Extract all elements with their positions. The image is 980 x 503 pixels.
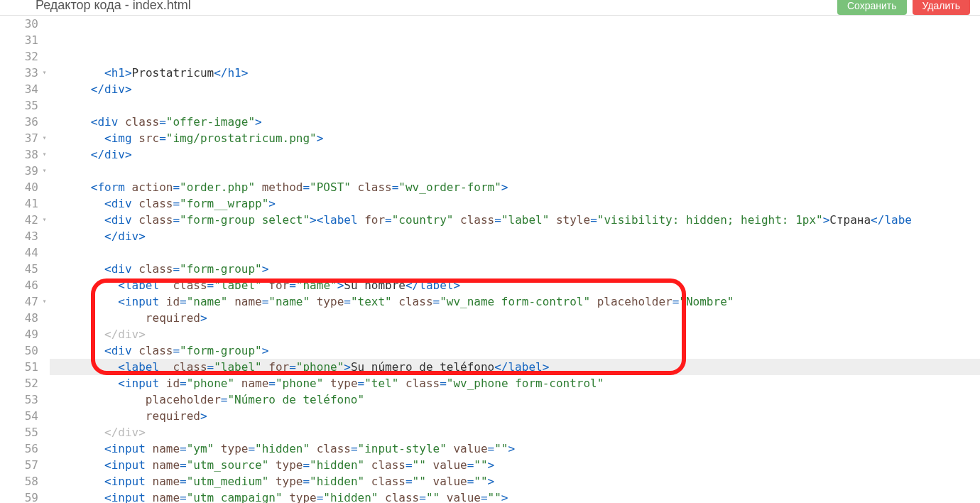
code-line[interactable]: <input name="utm_campaign" type="hidden"… xyxy=(50,490,980,503)
line-number[interactable]: 38 xyxy=(0,146,38,163)
code-line[interactable]: <div class="form-group"> xyxy=(50,342,980,359)
code-line[interactable]: </div> xyxy=(50,146,980,163)
code-line[interactable]: </div> xyxy=(50,326,980,342)
code-line[interactable]: <input name="utm_source" type="hidden" c… xyxy=(50,457,980,473)
code-line[interactable] xyxy=(50,97,980,114)
line-number[interactable]: 34 xyxy=(0,81,38,97)
code-line[interactable]: <h1>Prostatricum</h1> xyxy=(50,65,980,81)
line-number[interactable]: 47 xyxy=(0,293,38,310)
code-line[interactable]: <div class="form__wrapp"> xyxy=(50,195,980,212)
line-number[interactable]: 40 xyxy=(0,179,38,195)
line-number[interactable]: 33 xyxy=(0,65,38,81)
code-line[interactable]: <div class="form-group"> xyxy=(50,261,980,277)
line-number[interactable]: 45 xyxy=(0,261,38,277)
line-number[interactable]: 53 xyxy=(0,391,38,408)
code-line[interactable]: <input name="ym" type="hidden" class="in… xyxy=(50,440,980,457)
header-title: Редактор кода - index.html xyxy=(36,0,191,13)
code-line[interactable]: placeholder="Número de teléfono" xyxy=(50,391,980,408)
line-number[interactable]: 37 xyxy=(0,130,38,146)
code-line[interactable]: </div> xyxy=(50,228,980,244)
code-line[interactable]: <label class="label" for="name">Su nombr… xyxy=(50,277,980,293)
line-number[interactable]: 36 xyxy=(0,114,38,130)
line-number[interactable]: 35 xyxy=(0,97,38,114)
line-number[interactable]: 57 xyxy=(0,457,38,473)
code-line[interactable]: <input id="phone" name="phone" type="tel… xyxy=(50,375,980,391)
line-number[interactable]: 55 xyxy=(0,424,38,440)
code-line[interactable] xyxy=(50,163,980,179)
code-content[interactable]: <h1>Prostatricum</h1> </div> <div class=… xyxy=(50,16,980,503)
line-number[interactable]: 32 xyxy=(0,48,38,65)
code-line[interactable]: <div class="form-group select"><label fo… xyxy=(50,212,980,228)
code-line[interactable]: <img src="img/prostatricum.png"> xyxy=(50,130,980,146)
line-number[interactable]: 31 xyxy=(0,32,38,48)
line-number[interactable]: 43 xyxy=(0,228,38,244)
code-line[interactable]: <div class="offer-image"> xyxy=(50,114,980,130)
line-number[interactable]: 56 xyxy=(0,440,38,457)
code-line[interactable]: <label class="label" for="phone">Su núme… xyxy=(50,359,980,375)
line-number[interactable]: 39 xyxy=(0,163,38,179)
line-number[interactable]: 52 xyxy=(0,375,38,391)
code-line[interactable]: <input id="name" name="name" type="text"… xyxy=(50,293,980,310)
code-line[interactable] xyxy=(50,244,980,261)
code-line[interactable]: required> xyxy=(50,408,980,424)
line-number[interactable]: 50 xyxy=(0,342,38,359)
line-number[interactable]: 51 xyxy=(0,359,38,375)
delete-button[interactable]: Удалить xyxy=(913,0,970,15)
code-line[interactable]: </div> xyxy=(50,81,980,97)
line-number[interactable]: 58 xyxy=(0,473,38,490)
code-editor[interactable]: 3031323334353637383940414243444546474849… xyxy=(0,16,980,503)
code-line[interactable]: <form action="order.php" method="POST" c… xyxy=(50,179,980,195)
line-number[interactable]: 54 xyxy=(0,408,38,424)
line-number[interactable]: 46 xyxy=(0,277,38,293)
line-number[interactable]: 44 xyxy=(0,244,38,261)
code-line[interactable]: required> xyxy=(50,310,980,326)
save-button[interactable]: Сохранить xyxy=(837,0,907,15)
line-number[interactable]: 41 xyxy=(0,195,38,212)
line-number[interactable]: 59 xyxy=(0,490,38,503)
line-number[interactable]: 42 xyxy=(0,212,38,228)
line-number[interactable]: 30 xyxy=(0,16,38,32)
header-buttons: Сохранить Удалить xyxy=(837,0,970,15)
line-number-gutter[interactable]: 3031323334353637383940414243444546474849… xyxy=(0,16,50,503)
line-number[interactable]: 49 xyxy=(0,326,38,342)
code-line[interactable]: </div> xyxy=(50,424,980,440)
header-bar: Редактор кода - index.html Сохранить Уда… xyxy=(0,0,980,16)
code-line[interactable]: <input name="utm_medium" type="hidden" c… xyxy=(50,473,980,490)
line-number[interactable]: 48 xyxy=(0,310,38,326)
